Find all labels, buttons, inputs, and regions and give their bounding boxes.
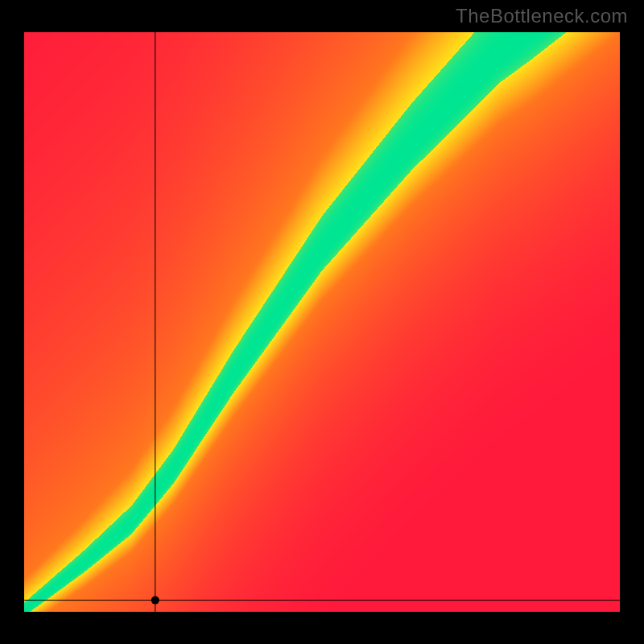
watermark-text: TheBottleneck.com	[456, 5, 628, 27]
bottleneck-heatmap	[0, 0, 644, 644]
